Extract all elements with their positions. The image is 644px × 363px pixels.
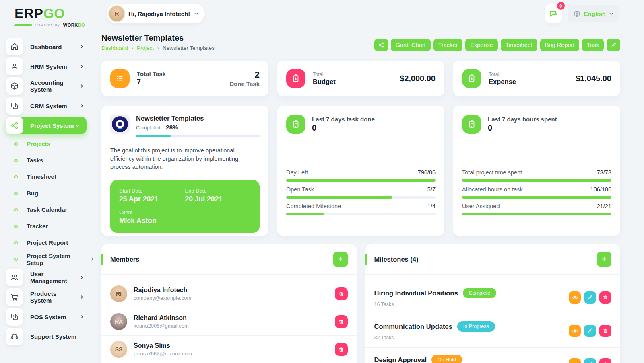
user-menu[interactable]: R Hi, Rajodiya Infotech!: [107, 4, 205, 23]
breadcrumb: Dashboard › Project › Newsletter Templat…: [101, 45, 215, 51]
edit-milestone-button[interactable]: [584, 358, 596, 363]
expense-value: $1,045.00: [576, 74, 611, 83]
chevron-right-icon: [79, 84, 84, 88]
open-task-row: Open Task5/7: [286, 186, 436, 199]
language-label: English: [584, 10, 606, 17]
sidebar-subitem-timesheet[interactable]: Timesheet: [10, 170, 95, 184]
chat-icon: [549, 9, 558, 18]
sidebar-subitem-tasks[interactable]: Tasks: [10, 153, 95, 167]
client-label: Client: [119, 209, 185, 215]
chevron-down-icon: [75, 123, 80, 128]
notification-badge: 0: [557, 2, 565, 10]
logo-underline: [14, 24, 32, 26]
milestone-task-count: 16 Tasks: [374, 301, 569, 307]
delete-member-button[interactable]: [335, 315, 348, 328]
member-row: RI Rajodiya Infotech company@example.com: [101, 280, 357, 308]
sidebar-item-dashboard[interactable]: Dashboard: [6, 38, 95, 55]
view-milestone-button[interactable]: [569, 291, 581, 304]
delete-milestone-button[interactable]: [599, 358, 611, 363]
view-milestone-button[interactable]: [569, 358, 581, 363]
hours-summary-card: Last 7 days hours spent 0 Total project …: [453, 106, 620, 236]
delete-member-button[interactable]: [335, 343, 348, 356]
share-button[interactable]: [374, 39, 388, 51]
app-logo[interactable]: ERPGO Powered By WORKDO: [6, 6, 95, 27]
member-name: Rajodiya Infotech: [134, 287, 335, 294]
delete-milestone-button[interactable]: [599, 325, 611, 337]
sidebar-item-project-system[interactable]: Project System: [6, 117, 87, 134]
edit-button[interactable]: [607, 39, 620, 51]
task-button[interactable]: Task: [582, 39, 604, 51]
breadcrumb-dashboard[interactable]: Dashboard: [101, 45, 128, 51]
tracker-button[interactable]: Tracker: [433, 39, 463, 51]
user-greeting: Hi, Rajodiya Infotech!: [128, 10, 190, 17]
timesheet-button[interactable]: Timesheet: [501, 39, 537, 51]
eye-icon: [572, 295, 578, 301]
eye-icon: [572, 361, 578, 363]
milestone-row: Design Approval On Hold: [365, 347, 621, 363]
sidebar-subitem-projects[interactable]: Projects: [10, 137, 95, 151]
user-assigned-row: User Assigned21/21: [462, 203, 611, 215]
delete-member-button[interactable]: [335, 287, 348, 300]
sidebar-item-accounting-system[interactable]: Accounting System: [6, 77, 95, 95]
clipboard-icon: [286, 69, 305, 88]
bullet-icon: [14, 258, 18, 261]
delete-milestone-button[interactable]: [599, 291, 611, 304]
breadcrumb-project[interactable]: Project: [137, 45, 154, 51]
add-milestone-button[interactable]: +: [597, 252, 611, 267]
chevron-down-icon: [609, 12, 613, 16]
trash-icon: [338, 291, 344, 297]
bullet-icon: [14, 175, 18, 178]
language-selector[interactable]: English: [568, 5, 619, 22]
edit-milestone-button[interactable]: [584, 291, 596, 304]
sidebar-item-hrm-system[interactable]: HRM System: [6, 57, 95, 75]
sidebar-item-pos-system[interactable]: POS System: [6, 308, 95, 326]
trash-icon: [338, 319, 344, 325]
sidebar-subitem-project-system-setup[interactable]: Project System Setup: [10, 252, 95, 266]
person-icon: [6, 57, 23, 75]
bullet-icon: [14, 208, 18, 211]
project-progress-fill: [136, 135, 171, 137]
sidebar-subitem-bug[interactable]: Bug: [10, 186, 95, 200]
user-avatar: R: [109, 6, 124, 21]
bug-report-button[interactable]: Bug Report: [540, 39, 579, 51]
member-email: company@example.com: [134, 295, 335, 301]
task-done-value: 0: [312, 123, 375, 133]
sidebar-item-crm-system[interactable]: CRM System: [6, 97, 95, 115]
view-milestone-button[interactable]: [569, 325, 581, 337]
budget-value: $2,000.00: [400, 74, 436, 83]
chevron-right-icon: [79, 314, 84, 319]
chevron-sep-icon: ›: [132, 45, 133, 51]
project-progress-bar: [136, 135, 260, 137]
page-header: Newsletter Templates Dashboard › Project…: [95, 23, 644, 51]
bullet-icon: [14, 142, 18, 146]
time-spent-row: Total project time spent73/73: [462, 169, 611, 182]
bottom-row: Members + RI Rajodiya Infotech company@e…: [101, 244, 620, 363]
done-task-value: 2: [229, 70, 260, 80]
project-overview-card: Newsletter Templates Completed: : 28% Th…: [101, 106, 268, 236]
trash-icon: [338, 347, 344, 353]
client-name: Mick Aston: [119, 217, 185, 225]
gantt-chart-button[interactable]: Gantt Chart: [391, 39, 431, 51]
chevron-sep-icon: ›: [157, 45, 159, 51]
sidebar-subitem-project-report[interactable]: Project Report: [10, 236, 95, 250]
sidebar-item-user-management[interactable]: User Management: [6, 269, 95, 286]
sidebar-item-products-system[interactable]: Products System: [6, 288, 95, 306]
sidebar-item-support-system[interactable]: Support System: [6, 328, 95, 345]
completed-milestone-row: Completed Milestone1/4: [286, 203, 436, 215]
hours-spent-value: 0: [488, 123, 557, 133]
milestone-task-count: 32 Tasks: [374, 335, 569, 340]
sidebar-subitem-task-calendar[interactable]: Task Calendar: [10, 203, 95, 217]
chevron-right-icon: [90, 257, 95, 261]
start-date-value: 25 Apr 2021: [119, 195, 185, 203]
expense-total-label: Total: [489, 72, 576, 77]
add-member-button[interactable]: +: [333, 252, 348, 267]
expense-button[interactable]: Expense: [465, 39, 497, 51]
chevron-right-icon: [79, 295, 84, 299]
edit-milestone-button[interactable]: [584, 325, 596, 337]
expense-label: Expense: [489, 78, 576, 86]
messages-button[interactable]: 0: [545, 4, 562, 23]
detail-row: Newsletter Templates Completed: : 28% Th…: [101, 106, 620, 236]
done-task-label: Done Task: [229, 80, 260, 87]
sidebar-subitem-tracker[interactable]: Tracker: [10, 219, 95, 233]
project-description: The goal of this project is to improve o…: [110, 146, 260, 171]
